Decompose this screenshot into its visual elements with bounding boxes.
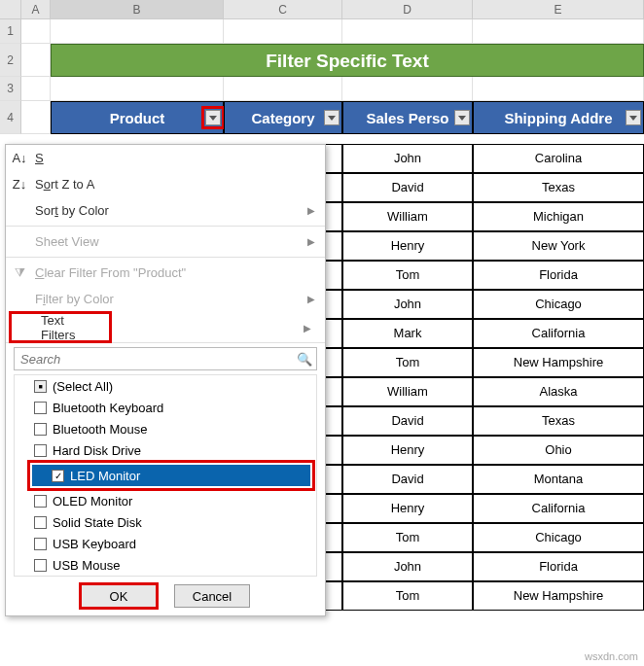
header-shipping-address[interactable]: Shipping Addre [473, 101, 644, 134]
sort-az-icon: A↓ [12, 151, 27, 165]
filter-check-item[interactable]: ✓LED Monitor [32, 465, 310, 486]
row-header[interactable]: 4 [0, 101, 21, 134]
cell-sales[interactable]: Tom [342, 261, 473, 290]
cell-sales[interactable]: Tom [342, 523, 473, 552]
filter-dropdown-icon[interactable] [454, 110, 470, 125]
checkbox-icon: ✓ [52, 470, 64, 482]
cell-ship[interactable]: Alaska [473, 377, 644, 406]
row-headers: 1 2 3 4 [0, 19, 21, 134]
filter-check-item[interactable]: Bluetooth Mouse [15, 418, 316, 439]
checkbox-icon [34, 559, 47, 572]
filter-checklist: (Select All)Bluetooth KeyboardBluetooth … [14, 374, 317, 577]
checkbox-icon [34, 380, 47, 393]
cell-ship[interactable]: California [473, 319, 644, 348]
cell-sales[interactable]: Mark [342, 319, 473, 348]
filter-search[interactable]: 🔍 [14, 347, 317, 370]
cell-ship[interactable]: New Hampshire [473, 581, 644, 611]
filter-dropdown-icon[interactable] [324, 110, 340, 125]
checkbox-icon [34, 516, 47, 529]
chevron-right-icon: ▶ [304, 323, 311, 333]
chevron-right-icon: ▶ [307, 294, 315, 304]
cell-sales[interactable]: Henry [342, 231, 473, 261]
row-header[interactable]: 1 [0, 19, 21, 44]
filter-check-item[interactable]: (Select All) [15, 375, 316, 397]
select-all-corner[interactable] [0, 0, 21, 18]
cell-sales[interactable]: David [342, 465, 473, 494]
cell-sales[interactable]: John [342, 552, 473, 581]
cell-sales[interactable]: Henry [342, 494, 473, 523]
search-icon: 🔍 [293, 352, 316, 367]
col-header-B[interactable]: B [51, 0, 224, 18]
cell-ship[interactable]: Texas [473, 406, 644, 436]
cell-sales[interactable]: John [342, 290, 473, 319]
checkbox-icon [34, 495, 47, 508]
cell-sales[interactable]: Henry [342, 436, 473, 465]
row-header[interactable]: 2 [0, 44, 21, 77]
sort-az[interactable]: A↓ S [6, 145, 325, 171]
filter-check-item[interactable]: OLED Monitor [15, 490, 316, 511]
cell-ship[interactable]: Chicago [473, 523, 644, 552]
checkbox-icon [34, 444, 47, 457]
cell-ship[interactable]: Florida [473, 552, 644, 581]
row-header[interactable]: 3 [0, 77, 21, 101]
autofilter-dropdown: A↓ S Z↓ Sort Z to A Sort by Color▶ Sheet… [5, 144, 326, 616]
chevron-right-icon: ▶ [307, 205, 315, 216]
filter-check-item[interactable]: Hard Disk Drive [15, 439, 316, 461]
cell-sales[interactable]: John [342, 144, 473, 173]
cell-sales[interactable]: David [342, 406, 473, 436]
col-header-D[interactable]: D [342, 0, 473, 18]
col-header-C[interactable]: C [224, 0, 342, 18]
cell-ship[interactable]: Ohio [473, 436, 644, 465]
filter-dropdown-icon[interactable] [205, 110, 221, 125]
col-header-A[interactable]: A [21, 0, 51, 18]
sheet-grid: Filter Specific Text Product Category Sa… [21, 19, 644, 134]
title-merged-cell: Filter Specific Text [51, 44, 644, 77]
cell-sales[interactable]: Tom [342, 348, 473, 377]
sort-by-color[interactable]: Sort by Color▶ [6, 197, 325, 224]
ok-button[interactable]: OK [81, 584, 157, 608]
search-input[interactable] [15, 351, 293, 368]
column-header-row: A B C D E [0, 0, 644, 19]
cell-sales[interactable]: William [342, 202, 473, 231]
filter-check-item[interactable]: Solid State Disk [15, 511, 316, 533]
cell-ship[interactable]: Texas [473, 173, 644, 202]
checkbox-icon [34, 538, 47, 550]
text-filters[interactable]: Text Filters [12, 314, 109, 340]
header-product[interactable]: Product [51, 101, 224, 134]
filter-dropdown-icon[interactable] [626, 110, 641, 125]
filter-by-color: Filter by Color▶ [6, 286, 325, 312]
cell-sales[interactable]: David [342, 173, 473, 202]
checkbox-icon [34, 423, 47, 436]
filter-check-item[interactable]: Bluetooth Keyboard [15, 397, 316, 418]
sort-za-icon: Z↓ [12, 177, 27, 192]
col-header-E[interactable]: E [473, 0, 644, 18]
clear-filter-icon: ⧩ [12, 265, 27, 281]
sort-za[interactable]: Z↓ Sort Z to A [6, 171, 325, 197]
cell-ship[interactable]: California [473, 494, 644, 523]
cancel-button[interactable]: Cancel [174, 584, 250, 608]
cell-sales[interactable]: William [342, 377, 473, 406]
watermark: wsxdn.com [585, 650, 638, 662]
header-category[interactable]: Category [224, 101, 342, 134]
clear-filter: ⧩ Clear Filter From "Product" [6, 260, 325, 286]
sheet-view: Sheet View▶ [6, 228, 325, 255]
cell-ship[interactable]: Montana [473, 465, 644, 494]
chevron-right-icon: ▶ [307, 236, 315, 247]
cell-sales[interactable]: Tom [342, 581, 473, 611]
cell-ship[interactable]: New York [473, 231, 644, 261]
header-sales-person[interactable]: Sales Perso [342, 101, 473, 134]
filter-check-item[interactable]: USB Keyboard [15, 533, 316, 554]
cell-ship[interactable]: New Hampshire [473, 348, 644, 377]
cell-ship[interactable]: Michigan [473, 202, 644, 231]
cell-ship[interactable]: Chicago [473, 290, 644, 319]
cell-ship[interactable]: Carolina [473, 144, 644, 173]
checkbox-icon [34, 402, 47, 414]
cell-ship[interactable]: Florida [473, 261, 644, 290]
filter-check-item[interactable]: USB Mouse [15, 554, 316, 576]
